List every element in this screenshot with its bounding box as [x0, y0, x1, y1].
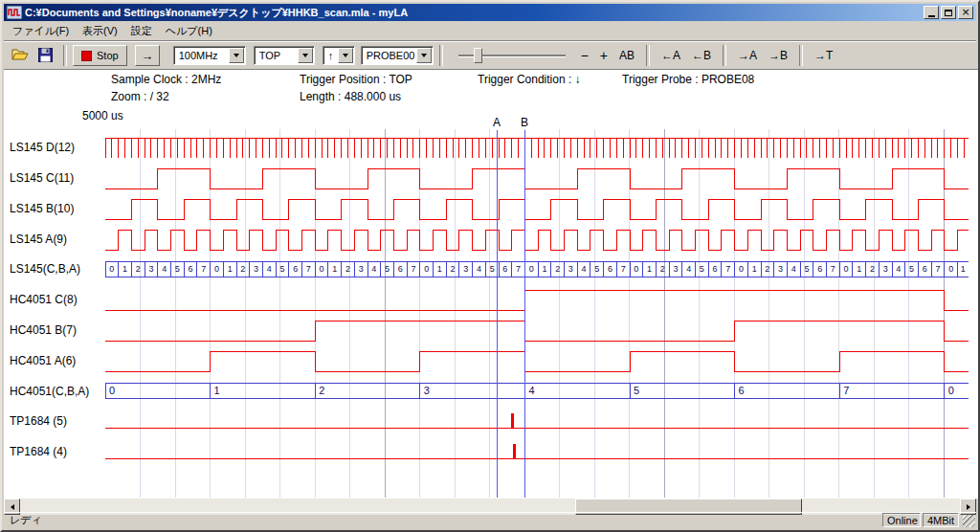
waveform-plot[interactable]: 0123456701234567012345670123456701234567…	[2, 2, 980, 532]
svg-text:5: 5	[700, 264, 704, 274]
svg-text:4: 4	[686, 264, 691, 274]
svg-text:4: 4	[267, 264, 272, 274]
svg-text:3: 3	[254, 264, 258, 274]
svg-text:1: 1	[961, 264, 966, 274]
svg-text:0: 0	[634, 264, 638, 274]
svg-text:0: 0	[529, 264, 534, 274]
svg-text:3: 3	[424, 385, 430, 396]
svg-text:7: 7	[201, 264, 206, 274]
svg-text:1: 1	[332, 264, 337, 274]
svg-text:4: 4	[162, 264, 167, 274]
svg-text:7: 7	[725, 264, 730, 274]
svg-text:4: 4	[528, 385, 534, 396]
svg-text:4: 4	[582, 264, 587, 274]
svg-text:7: 7	[843, 385, 849, 396]
svg-text:5: 5	[634, 385, 639, 396]
svg-text:4: 4	[477, 264, 481, 274]
svg-text:7: 7	[935, 264, 940, 274]
svg-text:4: 4	[791, 264, 796, 274]
svg-text:5: 5	[490, 264, 495, 274]
svg-text:6: 6	[817, 264, 822, 274]
status-text: レディ	[10, 513, 42, 527]
svg-text:1: 1	[752, 264, 757, 274]
svg-text:0: 0	[109, 385, 115, 396]
svg-text:A: A	[493, 116, 501, 129]
svg-text:1: 1	[542, 264, 546, 274]
svg-text:0: 0	[948, 385, 954, 396]
svg-text:6: 6	[713, 264, 718, 274]
svg-text:2: 2	[870, 264, 875, 274]
app-window: C:¥Documents and Settings¥noname¥デスクトップ¥…	[0, 0, 980, 532]
arrow-right-icon	[967, 504, 970, 510]
svg-text:1: 1	[857, 264, 861, 274]
svg-text:2: 2	[319, 385, 324, 396]
svg-text:6: 6	[923, 264, 927, 274]
svg-text:2: 2	[451, 264, 456, 274]
svg-text:3: 3	[883, 264, 888, 274]
arrow-left-icon	[11, 504, 14, 510]
svg-text:3: 3	[673, 264, 678, 274]
svg-text:2: 2	[136, 264, 141, 274]
svg-text:5: 5	[279, 264, 284, 274]
status-bar: レディ Online 4MBit	[4, 512, 976, 528]
svg-text:4: 4	[371, 264, 376, 274]
status-memory-badge: 4MBit	[923, 513, 959, 527]
svg-text:1: 1	[122, 264, 127, 274]
svg-text:2: 2	[240, 264, 245, 274]
svg-text:1: 1	[647, 264, 652, 274]
svg-text:7: 7	[621, 264, 626, 274]
svg-text:7: 7	[516, 264, 521, 274]
svg-text:5: 5	[385, 264, 390, 274]
svg-text:6: 6	[502, 264, 507, 274]
svg-text:2: 2	[765, 264, 769, 274]
svg-text:7: 7	[306, 264, 311, 274]
svg-text:0: 0	[320, 264, 324, 274]
svg-text:5: 5	[804, 264, 809, 274]
svg-text:2: 2	[345, 264, 350, 274]
svg-text:1: 1	[228, 264, 233, 274]
svg-text:3: 3	[778, 264, 783, 274]
svg-text:5: 5	[909, 264, 914, 274]
svg-text:0: 0	[948, 264, 953, 274]
svg-text:6: 6	[739, 385, 745, 396]
svg-text:3: 3	[463, 264, 468, 274]
status-online-badge: Online	[882, 513, 921, 527]
svg-text:6: 6	[293, 264, 298, 274]
svg-text:5: 5	[175, 264, 180, 274]
svg-text:6: 6	[398, 264, 403, 274]
resize-grip[interactable]	[963, 515, 975, 527]
svg-text:3: 3	[568, 264, 573, 274]
svg-text:6: 6	[189, 264, 193, 274]
svg-text:0: 0	[844, 264, 849, 274]
svg-text:0: 0	[109, 264, 114, 274]
svg-text:1: 1	[437, 264, 442, 274]
svg-text:6: 6	[608, 264, 612, 274]
svg-text:2: 2	[660, 264, 665, 274]
svg-text:1: 1	[214, 385, 220, 396]
svg-text:B: B	[521, 116, 528, 129]
svg-text:4: 4	[896, 264, 901, 274]
svg-text:3: 3	[148, 264, 153, 274]
svg-text:0: 0	[214, 264, 219, 274]
svg-text:0: 0	[424, 264, 429, 274]
svg-text:7: 7	[411, 264, 415, 274]
svg-text:7: 7	[831, 264, 835, 274]
svg-text:3: 3	[359, 264, 364, 274]
svg-text:5: 5	[594, 264, 599, 274]
svg-text:0: 0	[739, 264, 744, 274]
svg-text:2: 2	[555, 264, 560, 274]
